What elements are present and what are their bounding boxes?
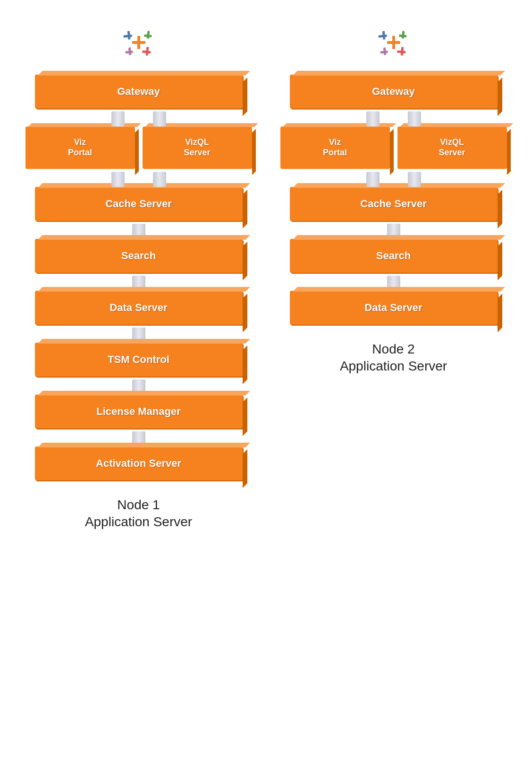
node2-cache-server-block: Cache Server — [290, 187, 498, 221]
node1-cache-server-face: Cache Server — [35, 187, 243, 221]
node1-search-face: Search — [35, 239, 243, 273]
svg-rect-13 — [378, 34, 387, 38]
svg-rect-9 — [125, 50, 133, 53]
svg-rect-17 — [399, 34, 406, 37]
node1-connector-after-gateway — [25, 111, 252, 126]
node1-gateway-face: Gateway — [35, 75, 243, 109]
node2-cache-server-face: Cache Server — [290, 187, 498, 221]
svg-rect-3 — [123, 34, 132, 38]
svg-rect-15 — [397, 50, 405, 54]
node1-data-server-block: Data Server — [35, 291, 243, 325]
node1-logo — [115, 19, 162, 66]
node2-label-line1: Node 2 — [372, 342, 414, 356]
node1-gateway-block: Gateway — [35, 75, 243, 109]
svg-rect-7 — [144, 34, 152, 37]
pillar — [111, 111, 125, 126]
node1-data-server-face: Data Server — [35, 291, 243, 325]
node2-gateway-face: Gateway — [290, 75, 498, 109]
node1-license-face: License Manager — [35, 395, 243, 429]
node2-dual-row: VizPortal VizQLServer — [280, 126, 507, 169]
node1-vizql-block: VizQLServer — [143, 126, 252, 169]
node2-label: Node 2 Application Server — [340, 341, 447, 375]
svg-rect-5 — [142, 50, 151, 54]
node2-viz-portal-block: VizPortal — [280, 126, 390, 169]
pillar — [408, 172, 421, 187]
node2-vizql-face: VizQLServer — [397, 126, 507, 169]
svg-rect-19 — [380, 50, 388, 53]
node1-column: Gateway VizPortal VizQLServer Cache Serv… — [25, 19, 252, 531]
node1-connector-after-dual — [25, 172, 252, 187]
node1-label-line2: Application Server — [85, 514, 192, 529]
svg-rect-1 — [132, 41, 145, 44]
node1-vizql-face: VizQLServer — [143, 126, 252, 169]
node1-activation-face: Activation Server — [35, 446, 243, 480]
pillar — [153, 111, 166, 126]
node1-viz-portal-block: VizPortal — [25, 126, 135, 169]
node2-gateway-block: Gateway — [290, 75, 498, 109]
pillar — [153, 172, 166, 187]
node1-label-line1: Node 1 — [117, 497, 160, 512]
node1-license-block: License Manager — [35, 395, 243, 429]
node1-search-block: Search — [35, 239, 243, 273]
page-container: Gateway VizPortal VizQLServer Cache Serv… — [0, 9, 532, 540]
node1-label: Node 1 Application Server — [85, 496, 192, 531]
node2-data-server-block: Data Server — [290, 291, 498, 325]
node2-column: Gateway VizPortal VizQLServer Cache Serv… — [280, 19, 507, 375]
node2-search-block: Search — [290, 239, 498, 273]
node1-dual-row: VizPortal VizQLServer — [25, 126, 252, 169]
pillar — [366, 172, 380, 187]
node1-cache-server-block: Cache Server — [35, 187, 243, 221]
pillar — [366, 111, 380, 126]
node2-data-server-face: Data Server — [290, 291, 498, 325]
node2-viz-portal-face: VizPortal — [280, 126, 390, 169]
node2-connector-after-gateway — [280, 111, 507, 126]
node2-connector-after-dual — [280, 172, 507, 187]
node1-activation-block: Activation Server — [35, 446, 243, 480]
node1-tsm-face: TSM Control — [35, 343, 243, 377]
node2-label-line2: Application Server — [340, 359, 447, 373]
pillar — [408, 111, 421, 126]
node1-tsm-block: TSM Control — [35, 343, 243, 377]
node2-search-face: Search — [290, 239, 498, 273]
pillar — [111, 172, 125, 187]
node1-viz-portal-face: VizPortal — [25, 126, 135, 169]
node2-logo — [370, 19, 417, 66]
svg-rect-11 — [387, 41, 400, 44]
node2-vizql-block: VizQLServer — [397, 126, 507, 169]
